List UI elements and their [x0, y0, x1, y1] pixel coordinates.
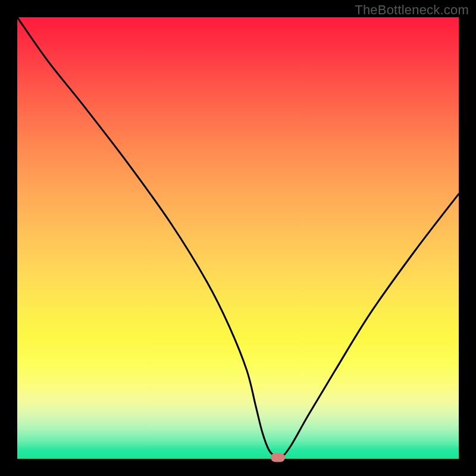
plot-area: [17, 17, 459, 459]
minimum-marker: [271, 453, 285, 462]
chart-frame: TheBottleneck.com: [0, 0, 476, 476]
watermark-text: TheBottleneck.com: [355, 2, 469, 18]
bottleneck-curve: [17, 17, 459, 458]
curve-svg: [17, 17, 459, 459]
